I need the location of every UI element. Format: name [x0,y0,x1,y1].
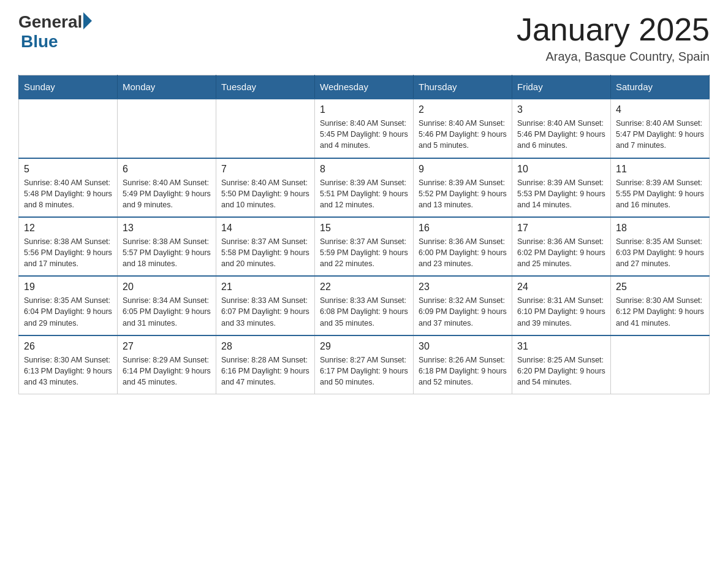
title-block: January 2025 Araya, Basque Country, Spai… [517,12,710,64]
day-info: Sunrise: 8:40 AM Sunset: 5:45 PM Dayligh… [320,118,408,151]
day-of-week-header: Sunday [19,75,118,99]
calendar-cell: 23Sunrise: 8:32 AM Sunset: 6:09 PM Dayli… [414,276,512,335]
calendar-cell [216,99,315,158]
day-number: 8 [320,164,408,175]
day-info: Sunrise: 8:33 AM Sunset: 6:07 PM Dayligh… [221,295,309,328]
logo: General Blue [18,12,92,52]
day-number: 12 [24,223,112,234]
day-number: 29 [320,341,408,352]
day-info: Sunrise: 8:40 AM Sunset: 5:50 PM Dayligh… [221,177,309,210]
calendar-cell: 7Sunrise: 8:40 AM Sunset: 5:50 PM Daylig… [216,158,315,217]
calendar-cell: 31Sunrise: 8:25 AM Sunset: 6:20 PM Dayli… [512,335,611,394]
day-number: 18 [616,223,704,234]
day-info: Sunrise: 8:29 AM Sunset: 6:14 PM Dayligh… [123,354,211,388]
day-number: 30 [419,341,507,352]
day-info: Sunrise: 8:28 AM Sunset: 6:16 PM Dayligh… [221,354,309,388]
day-info: Sunrise: 8:39 AM Sunset: 5:51 PM Dayligh… [320,177,408,210]
calendar-week-row: 26Sunrise: 8:30 AM Sunset: 6:13 PM Dayli… [19,335,710,394]
day-number: 9 [419,164,507,175]
calendar-cell: 15Sunrise: 8:37 AM Sunset: 5:59 PM Dayli… [315,217,414,276]
day-info: Sunrise: 8:27 AM Sunset: 6:17 PM Dayligh… [320,354,408,388]
calendar-cell: 24Sunrise: 8:31 AM Sunset: 6:10 PM Dayli… [512,276,611,335]
day-number: 22 [320,282,408,293]
day-of-week-header: Saturday [611,75,710,99]
day-number: 4 [616,104,704,115]
day-info: Sunrise: 8:30 AM Sunset: 6:13 PM Dayligh… [24,354,112,388]
logo-blue-text: Blue [21,32,58,52]
day-info: Sunrise: 8:35 AM Sunset: 6:03 PM Dayligh… [616,236,704,269]
day-info: Sunrise: 8:35 AM Sunset: 6:04 PM Dayligh… [24,295,112,328]
day-number: 20 [123,282,211,293]
calendar-table: SundayMondayTuesdayWednesdayThursdayFrid… [18,75,710,394]
calendar-cell: 1Sunrise: 8:40 AM Sunset: 5:45 PM Daylig… [315,99,414,158]
day-number: 1 [320,104,408,115]
day-number: 17 [517,223,605,234]
day-number: 28 [221,341,309,352]
day-info: Sunrise: 8:34 AM Sunset: 6:05 PM Dayligh… [123,295,211,328]
calendar-cell: 11Sunrise: 8:39 AM Sunset: 5:55 PM Dayli… [611,158,710,217]
day-number: 23 [419,282,507,293]
day-of-week-header: Friday [512,75,611,99]
calendar-cell: 28Sunrise: 8:28 AM Sunset: 6:16 PM Dayli… [216,335,315,394]
calendar-week-row: 19Sunrise: 8:35 AM Sunset: 6:04 PM Dayli… [19,276,710,335]
day-info: Sunrise: 8:40 AM Sunset: 5:47 PM Dayligh… [616,118,704,151]
calendar-title: January 2025 [517,12,710,47]
day-number: 25 [616,282,704,293]
day-info: Sunrise: 8:40 AM Sunset: 5:46 PM Dayligh… [419,118,507,151]
calendar-cell: 26Sunrise: 8:30 AM Sunset: 6:13 PM Dayli… [19,335,118,394]
day-number: 19 [24,282,112,293]
day-info: Sunrise: 8:40 AM Sunset: 5:49 PM Dayligh… [123,177,211,210]
page-header: General Blue January 2025 Araya, Basque … [18,12,710,64]
calendar-cell: 25Sunrise: 8:30 AM Sunset: 6:12 PM Dayli… [611,276,710,335]
day-number: 26 [24,341,112,352]
day-info: Sunrise: 8:38 AM Sunset: 5:56 PM Dayligh… [24,236,112,269]
calendar-cell: 20Sunrise: 8:34 AM Sunset: 6:05 PM Dayli… [118,276,216,335]
day-number: 21 [221,282,309,293]
calendar-cell: 14Sunrise: 8:37 AM Sunset: 5:58 PM Dayli… [216,217,315,276]
calendar-cell: 5Sunrise: 8:40 AM Sunset: 5:48 PM Daylig… [19,158,118,217]
day-number: 16 [419,223,507,234]
calendar-week-row: 5Sunrise: 8:40 AM Sunset: 5:48 PM Daylig… [19,158,710,217]
calendar-header-row: SundayMondayTuesdayWednesdayThursdayFrid… [19,75,710,99]
day-number: 5 [24,164,112,175]
calendar-cell [19,99,118,158]
calendar-week-row: 1Sunrise: 8:40 AM Sunset: 5:45 PM Daylig… [19,99,710,158]
day-number: 15 [320,223,408,234]
day-number: 11 [616,164,704,175]
calendar-location: Araya, Basque Country, Spain [517,50,710,64]
calendar-cell: 22Sunrise: 8:33 AM Sunset: 6:08 PM Dayli… [315,276,414,335]
day-number: 6 [123,164,211,175]
day-number: 10 [517,164,605,175]
calendar-cell: 2Sunrise: 8:40 AM Sunset: 5:46 PM Daylig… [414,99,512,158]
day-info: Sunrise: 8:39 AM Sunset: 5:52 PM Dayligh… [419,177,507,210]
day-info: Sunrise: 8:36 AM Sunset: 6:02 PM Dayligh… [517,236,605,269]
calendar-cell [611,335,710,394]
calendar-cell: 21Sunrise: 8:33 AM Sunset: 6:07 PM Dayli… [216,276,315,335]
calendar-cell: 10Sunrise: 8:39 AM Sunset: 5:53 PM Dayli… [512,158,611,217]
day-number: 31 [517,341,605,352]
day-of-week-header: Monday [118,75,216,99]
day-number: 2 [419,104,507,115]
day-info: Sunrise: 8:32 AM Sunset: 6:09 PM Dayligh… [419,295,507,328]
calendar-cell: 13Sunrise: 8:38 AM Sunset: 5:57 PM Dayli… [118,217,216,276]
day-number: 27 [123,341,211,352]
calendar-cell: 17Sunrise: 8:36 AM Sunset: 6:02 PM Dayli… [512,217,611,276]
day-of-week-header: Tuesday [216,75,315,99]
calendar-cell: 30Sunrise: 8:26 AM Sunset: 6:18 PM Dayli… [414,335,512,394]
calendar-cell: 8Sunrise: 8:39 AM Sunset: 5:51 PM Daylig… [315,158,414,217]
logo-general-text: General [18,12,82,32]
day-info: Sunrise: 8:39 AM Sunset: 5:55 PM Dayligh… [616,177,704,210]
day-info: Sunrise: 8:25 AM Sunset: 6:20 PM Dayligh… [517,354,605,388]
day-info: Sunrise: 8:31 AM Sunset: 6:10 PM Dayligh… [517,295,605,328]
calendar-cell: 3Sunrise: 8:40 AM Sunset: 5:46 PM Daylig… [512,99,611,158]
calendar-cell: 19Sunrise: 8:35 AM Sunset: 6:04 PM Dayli… [19,276,118,335]
day-info: Sunrise: 8:37 AM Sunset: 5:58 PM Dayligh… [221,236,309,269]
day-of-week-header: Thursday [414,75,512,99]
day-info: Sunrise: 8:40 AM Sunset: 5:48 PM Dayligh… [24,177,112,210]
calendar-cell: 9Sunrise: 8:39 AM Sunset: 5:52 PM Daylig… [414,158,512,217]
calendar-week-row: 12Sunrise: 8:38 AM Sunset: 5:56 PM Dayli… [19,217,710,276]
day-number: 24 [517,282,605,293]
day-number: 14 [221,223,309,234]
calendar-cell: 6Sunrise: 8:40 AM Sunset: 5:49 PM Daylig… [118,158,216,217]
day-info: Sunrise: 8:37 AM Sunset: 5:59 PM Dayligh… [320,236,408,269]
